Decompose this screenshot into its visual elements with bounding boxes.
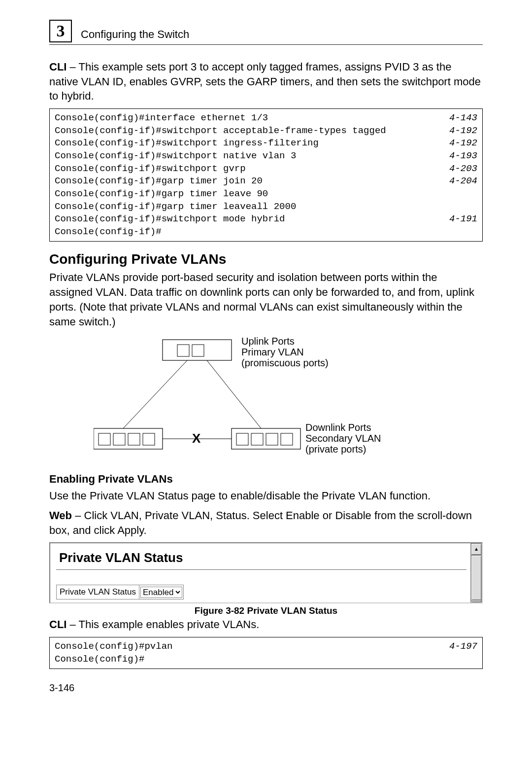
cli-command: Console(config)# [55, 653, 144, 666]
intro-bold: CLI [49, 61, 66, 73]
section-paragraph: Private VLANs provide port-based securit… [49, 270, 483, 329]
cli-line: Console(config-if)#garp timer join 204-2… [55, 175, 477, 188]
svg-rect-9 [143, 433, 155, 445]
svg-rect-2 [192, 345, 204, 356]
svg-rect-6 [99, 433, 110, 445]
cli-command: Console(config-if)#switchport mode hybri… [55, 213, 285, 226]
subsection-p2-text: – Click VLAN, Private VLAN, Status. Sele… [49, 509, 472, 536]
cli2-intro-text: – This example enables private VLANs. [66, 618, 259, 631]
cli-line: Console(config-if)#switchport mode hybri… [55, 213, 477, 226]
cli-line: Console(config)# [55, 653, 477, 666]
cli-line: Console(config-if)#switchport ingress-fi… [55, 137, 477, 150]
svg-rect-13 [266, 433, 278, 445]
scrollbar[interactable]: ▴ ▾ [470, 543, 482, 602]
chapter-title: Configuring the Switch [81, 28, 189, 41]
svg-rect-11 [236, 433, 248, 445]
x-mark: X [192, 431, 201, 446]
status-label: Private VLAN Status [57, 585, 139, 599]
chapter-number: 3 [57, 22, 65, 40]
uplink-label-3: (promiscuous ports) [241, 357, 329, 368]
cli-line: Console(config-if)#switchport native vla… [55, 150, 477, 163]
subsection-p2: Web – Click VLAN, Private VLAN, Status. … [49, 508, 483, 537]
subsection-p2-bold: Web [49, 509, 72, 522]
svg-line-4 [207, 360, 261, 428]
svg-rect-14 [281, 433, 293, 445]
cli2-intro: CLI – This example enables private VLANs… [49, 617, 483, 632]
cli-line: Console(config-if)#garp timer leaveall 2… [55, 201, 477, 213]
svg-line-3 [123, 360, 187, 428]
cli-line: Console(config-if)#switchport acceptable… [55, 125, 477, 138]
cli-page-reference: 4-204 [449, 175, 477, 188]
private-vlan-status-panel: Private VLAN Status Private VLAN Status … [49, 542, 483, 603]
cli-page-reference: 4-193 [449, 150, 477, 163]
cli-command: Console(config-if)#garp timer join 20 [55, 175, 263, 188]
cli-command: Console(config-if)#switchport ingress-fi… [55, 137, 319, 150]
intro-paragraph: CLI – This example sets port 3 to accept… [49, 60, 483, 104]
cli-line: Console(config-if)# [55, 226, 477, 239]
uplink-label-2: Primary VLAN [241, 347, 304, 357]
intro-text: – This example sets port 3 to accept onl… [49, 61, 481, 102]
section-heading: Configuring Private VLANs [49, 251, 483, 267]
downlink-label-2: Secondary VLAN [305, 433, 381, 444]
cli-command: Console(config-if)#switchport native vla… [55, 150, 296, 163]
cli-example-1: Console(config)#interface ethernet 1/34-… [49, 108, 483, 242]
cli2-intro-bold: CLI [49, 618, 66, 631]
panel-title: Private VLAN Status [56, 543, 470, 569]
scroll-track[interactable] [471, 555, 482, 591]
downlink-label-1: Downlink Ports [305, 422, 371, 433]
subsection-heading: Enabling Private VLANs [49, 473, 483, 486]
figure-caption: Figure 3-82 Private VLAN Status [49, 605, 483, 616]
cli-page-reference: 4-191 [449, 213, 477, 226]
cli-page-reference: 4-197 [449, 640, 477, 653]
cli-command: Console(config-if)# [55, 226, 162, 239]
page-header: 3 Configuring the Switch [49, 20, 483, 45]
cli-page-reference: 4-143 [449, 112, 477, 125]
cli-command: Console(config-if)#switchport acceptable… [55, 125, 386, 138]
chapter-number-box: 3 [49, 20, 72, 42]
cli-line: Console(config-if)#garp timer leave 90 [55, 188, 477, 201]
svg-rect-8 [128, 433, 140, 445]
page-number: 3-146 [49, 682, 74, 694]
vlan-diagram: Uplink Ports Primary VLAN (promiscuous p… [49, 335, 483, 460]
panel-divider [56, 569, 466, 570]
cli-command: Console(config)#pvlan [55, 640, 172, 653]
downlink-label-3: (private ports) [305, 444, 366, 455]
cli-line: Console(config)#interface ethernet 1/34-… [55, 112, 477, 125]
cli-page-reference: 4-203 [449, 163, 477, 176]
cli-command: Console(config-if)#garp timer leave 90 [55, 188, 268, 201]
cli-page-reference: 4-192 [449, 137, 477, 150]
cli-page-reference: 4-192 [449, 125, 477, 138]
uplink-label-1: Uplink Ports [241, 336, 295, 347]
status-row: Private VLAN Status Enabled [56, 585, 184, 599]
cli-line: Console(config-if)#switchport gvrp4-203 [55, 163, 477, 176]
cli-command: Console(config-if)#switchport gvrp [55, 163, 246, 176]
cli-example-2: Console(config)#pvlan4-197Console(config… [49, 637, 483, 669]
cli-command: Console(config-if)#garp timer leaveall 2… [55, 201, 296, 213]
vlan-diagram-svg: Uplink Ports Primary VLAN (promiscuous p… [94, 335, 438, 458]
scroll-thumb[interactable] [471, 555, 482, 600]
svg-rect-1 [177, 345, 189, 356]
cli-line: Console(config)#pvlan4-197 [55, 640, 477, 653]
svg-rect-7 [113, 433, 125, 445]
svg-rect-12 [251, 433, 263, 445]
scroll-up-button[interactable]: ▴ [471, 543, 482, 555]
svg-rect-0 [163, 340, 232, 360]
status-select[interactable]: Enabled [140, 587, 182, 598]
subsection-p1: Use the Private VLAN Status page to enab… [49, 489, 483, 503]
cli-command: Console(config)#interface ethernet 1/3 [55, 112, 268, 125]
